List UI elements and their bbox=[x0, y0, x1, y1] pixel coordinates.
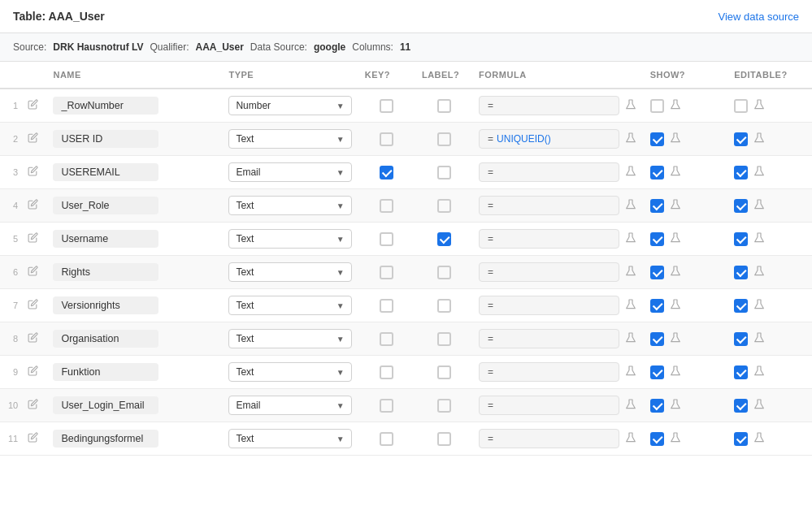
editable-flask-icon[interactable] bbox=[753, 331, 766, 347]
show-checkbox[interactable] bbox=[650, 332, 664, 346]
formula-box[interactable]: = bbox=[479, 262, 619, 282]
show-checkbox[interactable] bbox=[650, 199, 664, 213]
editable-flask-icon[interactable] bbox=[753, 298, 766, 314]
formula-box[interactable]: = bbox=[479, 396, 619, 415]
editable-flask-icon[interactable] bbox=[753, 198, 766, 214]
editable-flask-icon[interactable] bbox=[753, 132, 766, 147]
key-checkbox[interactable] bbox=[380, 132, 393, 146]
show-checkbox[interactable] bbox=[650, 99, 664, 113]
edit-icon[interactable] bbox=[21, 356, 46, 389]
editable-checkbox[interactable] bbox=[734, 332, 748, 346]
editable-checkbox[interactable] bbox=[734, 266, 748, 279]
show-flask-icon[interactable] bbox=[669, 265, 682, 280]
key-checkbox[interactable] bbox=[380, 332, 393, 346]
formula-flask-icon[interactable] bbox=[624, 98, 637, 114]
formula-flask-icon[interactable] bbox=[624, 132, 637, 147]
type-cell[interactable]: Text ▼ bbox=[222, 223, 358, 256]
key-checkbox[interactable] bbox=[380, 199, 393, 213]
type-select[interactable]: Text ▼ bbox=[228, 262, 351, 282]
formula-flask-icon[interactable] bbox=[624, 231, 637, 247]
type-select[interactable]: Text ▼ bbox=[228, 429, 351, 448]
show-flask-icon[interactable] bbox=[669, 298, 682, 314]
key-checkbox[interactable] bbox=[380, 166, 393, 179]
editable-flask-icon[interactable] bbox=[753, 265, 766, 280]
edit-icon[interactable] bbox=[21, 389, 46, 422]
editable-flask-icon[interactable] bbox=[753, 398, 766, 413]
show-checkbox[interactable] bbox=[650, 399, 664, 413]
editable-checkbox[interactable] bbox=[734, 166, 748, 179]
label-checkbox[interactable] bbox=[437, 332, 451, 346]
editable-checkbox[interactable] bbox=[734, 365, 748, 379]
formula-box[interactable]: = bbox=[479, 162, 619, 182]
show-flask-icon[interactable] bbox=[669, 198, 682, 214]
editable-flask-icon[interactable] bbox=[753, 431, 766, 447]
formula-flask-icon[interactable] bbox=[624, 365, 637, 380]
formula-flask-icon[interactable] bbox=[624, 431, 637, 447]
type-select[interactable]: Email ▼ bbox=[228, 396, 351, 415]
formula-flask-icon[interactable] bbox=[624, 331, 637, 347]
editable-checkbox[interactable] bbox=[734, 132, 748, 146]
show-flask-icon[interactable] bbox=[669, 231, 682, 247]
show-checkbox[interactable] bbox=[650, 232, 664, 246]
editable-checkbox[interactable] bbox=[734, 232, 748, 246]
editable-flask-icon[interactable] bbox=[753, 98, 766, 114]
type-select[interactable]: Email ▼ bbox=[228, 162, 351, 182]
formula-box[interactable]: = bbox=[479, 229, 619, 249]
label-checkbox[interactable] bbox=[437, 166, 451, 179]
edit-icon[interactable] bbox=[21, 189, 46, 223]
key-checkbox[interactable] bbox=[380, 99, 393, 113]
key-checkbox[interactable] bbox=[380, 299, 393, 313]
editable-checkbox[interactable] bbox=[734, 299, 748, 313]
formula-box[interactable]: = bbox=[479, 96, 619, 115]
editable-checkbox[interactable] bbox=[734, 399, 748, 413]
edit-icon[interactable] bbox=[21, 422, 46, 456]
type-cell[interactable]: Text ▼ bbox=[222, 289, 358, 322]
key-checkbox[interactable] bbox=[380, 432, 393, 446]
label-checkbox[interactable] bbox=[437, 365, 451, 379]
type-cell[interactable]: Text ▼ bbox=[222, 256, 358, 289]
view-data-source-link[interactable]: View data source bbox=[719, 11, 800, 23]
label-checkbox[interactable] bbox=[437, 299, 451, 313]
formula-flask-icon[interactable] bbox=[624, 165, 637, 180]
editable-flask-icon[interactable] bbox=[753, 165, 766, 180]
type-select[interactable]: Number ▼ bbox=[228, 96, 351, 115]
type-cell[interactable]: Text ▼ bbox=[222, 356, 358, 389]
key-checkbox[interactable] bbox=[380, 232, 393, 246]
edit-icon[interactable] bbox=[21, 89, 46, 123]
label-checkbox[interactable] bbox=[437, 99, 451, 113]
formula-box[interactable]: = bbox=[479, 429, 619, 448]
show-flask-icon[interactable] bbox=[669, 398, 682, 413]
editable-checkbox[interactable] bbox=[734, 432, 748, 446]
formula-flask-icon[interactable] bbox=[624, 198, 637, 214]
type-cell[interactable]: Text ▼ bbox=[222, 189, 358, 223]
label-checkbox[interactable] bbox=[437, 232, 451, 246]
edit-icon[interactable] bbox=[21, 156, 46, 189]
type-cell[interactable]: Email ▼ bbox=[222, 389, 358, 422]
show-checkbox[interactable] bbox=[650, 132, 664, 146]
type-cell[interactable]: Email ▼ bbox=[222, 156, 358, 189]
label-checkbox[interactable] bbox=[437, 266, 451, 279]
type-select[interactable]: Text ▼ bbox=[228, 296, 351, 315]
type-cell[interactable]: Text ▼ bbox=[222, 322, 358, 356]
show-checkbox[interactable] bbox=[650, 365, 664, 379]
show-checkbox[interactable] bbox=[650, 166, 664, 179]
type-cell[interactable]: Number ▼ bbox=[222, 89, 358, 123]
show-checkbox[interactable] bbox=[650, 299, 664, 313]
editable-checkbox[interactable] bbox=[734, 99, 748, 113]
editable-checkbox[interactable] bbox=[734, 199, 748, 213]
label-checkbox[interactable] bbox=[437, 399, 451, 413]
show-flask-icon[interactable] bbox=[669, 132, 682, 147]
editable-flask-icon[interactable] bbox=[753, 365, 766, 380]
formula-flask-icon[interactable] bbox=[624, 398, 637, 413]
show-flask-icon[interactable] bbox=[669, 365, 682, 380]
edit-icon[interactable] bbox=[21, 256, 46, 289]
key-checkbox[interactable] bbox=[380, 399, 393, 413]
label-checkbox[interactable] bbox=[437, 432, 451, 446]
formula-box[interactable]: = bbox=[479, 196, 619, 215]
edit-icon[interactable] bbox=[21, 123, 46, 156]
edit-icon[interactable] bbox=[21, 223, 46, 256]
type-cell[interactable]: Text ▼ bbox=[222, 422, 358, 456]
formula-box[interactable]: = bbox=[479, 296, 619, 315]
formula-box[interactable]: = bbox=[479, 362, 619, 382]
label-checkbox[interactable] bbox=[437, 199, 451, 213]
